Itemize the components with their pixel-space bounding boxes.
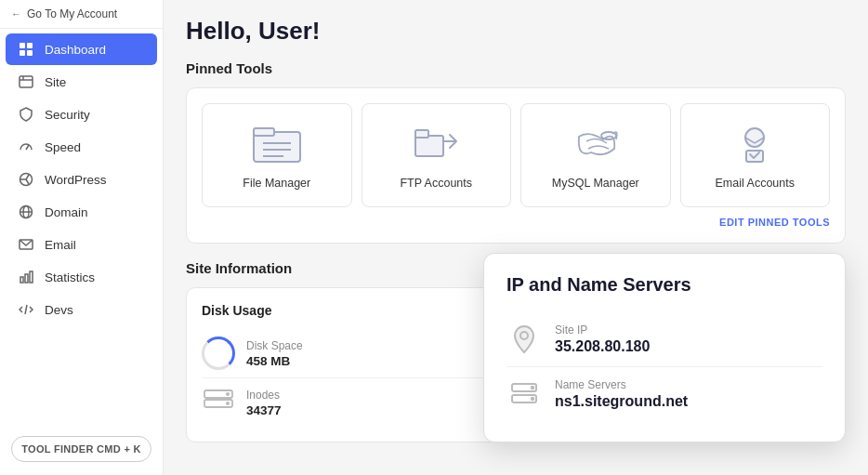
tool-card-email-accounts[interactable]: Email Accounts	[680, 103, 831, 207]
ip-card-container: IP and Name Servers Site IP 35.208.80.18…	[522, 287, 846, 442]
disk-space-text: Disk Space 458 MB	[246, 339, 303, 368]
email-accounts-label: Email Accounts	[716, 177, 795, 190]
pinned-tools-card: File Manager FTP Accounts	[186, 87, 846, 244]
sidebar-item-security[interactable]: Security	[6, 99, 157, 130]
svg-point-34	[531, 386, 534, 389]
inodes-value: 34377	[246, 403, 282, 417]
sidebar-item-statistics[interactable]: Statistics	[6, 261, 157, 293]
go-to-account-link[interactable]: ← Go To My Account	[0, 0, 163, 29]
name-servers-row: Name Servers ns1.siteground.net	[506, 367, 822, 421]
sidebar-item-site[interactable]: Site	[6, 66, 157, 98]
svg-rect-15	[30, 271, 33, 283]
email-icon	[19, 237, 35, 252]
disk-space-label: Disk Space	[246, 339, 303, 352]
svg-rect-14	[25, 274, 28, 283]
back-arrow-icon: ←	[11, 8, 21, 20]
sidebar: ← Go To My Account Dashboard	[0, 0, 164, 475]
sidebar-item-label-security: Security	[45, 108, 90, 122]
name-servers-value: ns1.siteground.net	[555, 393, 688, 410]
sidebar-item-dashboard[interactable]: Dashboard	[6, 33, 157, 65]
sidebar-item-label-wordpress: WordPress	[45, 173, 107, 187]
svg-rect-18	[254, 128, 274, 136]
svg-point-25	[745, 128, 764, 147]
svg-rect-22	[415, 136, 443, 156]
sidebar-item-label-dashboard: Dashboard	[45, 43, 106, 57]
main-content: Hello, User! Pinned Tools	[164, 0, 868, 475]
svg-rect-2	[20, 50, 25, 56]
ftp-accounts-icon	[408, 121, 464, 167]
disk-space-item: Disk Space 458 MB	[202, 329, 493, 378]
sidebar-item-label-site: Site	[45, 75, 66, 89]
site-ip-value: 35.208.80.180	[555, 338, 650, 355]
svg-point-30	[226, 402, 230, 405]
inodes-text: Inodes 34377	[246, 389, 282, 417]
tool-card-mysql-manager[interactable]: MySQL Manager	[520, 103, 671, 207]
site-info-grid: Disk Usage Disk Space 458 MB	[186, 287, 846, 442]
sidebar-item-devs[interactable]: Devs	[6, 294, 157, 325]
ip-name-servers-card: IP and Name Servers Site IP 35.208.80.18…	[483, 253, 846, 442]
site-ip-row: Site IP 35.208.80.180	[506, 312, 822, 367]
site-ip-icon	[506, 322, 542, 357]
sidebar-item-domain[interactable]: Domain	[6, 196, 157, 228]
svg-point-35	[531, 397, 534, 401]
sidebar-nav: Dashboard Site Security	[0, 29, 163, 427]
sidebar-item-label-devs: Devs	[45, 303, 73, 317]
mysql-manager-label: MySQL Manager	[552, 177, 639, 190]
sidebar-item-label-domain: Domain	[45, 205, 88, 219]
email-accounts-icon	[727, 121, 783, 167]
inodes-label: Inodes	[246, 389, 282, 402]
site-ip-text: Site IP 35.208.80.180	[555, 323, 650, 355]
dashboard-icon	[19, 42, 35, 57]
pinned-tools-grid: File Manager FTP Accounts	[202, 103, 830, 207]
page-title: Hello, User!	[186, 17, 846, 46]
tool-card-file-manager[interactable]: File Manager	[202, 103, 352, 207]
devs-icon	[19, 302, 35, 317]
sidebar-item-label-email: Email	[45, 238, 76, 252]
svg-rect-3	[27, 50, 33, 56]
site-icon	[19, 74, 35, 89]
sidebar-item-speed[interactable]: Speed	[6, 131, 157, 163]
name-servers-text: Name Servers ns1.siteground.net	[555, 378, 688, 410]
name-servers-icon	[506, 376, 542, 412]
security-icon	[19, 107, 35, 122]
wordpress-icon	[19, 172, 35, 187]
disk-space-chart-icon	[202, 336, 235, 370]
sidebar-item-label-statistics: Statistics	[45, 270, 95, 284]
site-ip-label: Site IP	[555, 323, 650, 336]
ip-card-title: IP and Name Servers	[506, 274, 822, 296]
mysql-manager-icon	[568, 121, 624, 167]
speed-icon	[19, 139, 35, 154]
inodes-item: Inodes 34377	[202, 378, 493, 427]
tool-card-ftp-accounts[interactable]: FTP Accounts	[362, 103, 512, 207]
svg-point-29	[226, 392, 230, 396]
statistics-icon	[19, 270, 35, 284]
pinned-tools-section: Pinned Tools File Manager	[186, 60, 846, 244]
svg-line-7	[26, 145, 29, 150]
svg-rect-1	[27, 43, 33, 48]
name-servers-label: Name Servers	[555, 378, 688, 391]
tool-finder-button[interactable]: TOOL FINDER CMD + K	[11, 436, 151, 462]
site-info-section: Site Information Disk Usage Disk Space 4…	[186, 260, 846, 442]
file-manager-label: File Manager	[243, 177, 310, 190]
sidebar-item-email[interactable]: Email	[6, 229, 157, 260]
sidebar-item-wordpress[interactable]: WordPress	[6, 164, 157, 195]
svg-rect-23	[415, 130, 428, 138]
inodes-icon	[202, 386, 235, 419]
svg-rect-4	[20, 76, 33, 87]
disk-usage-card: Disk Usage Disk Space 458 MB	[186, 287, 509, 442]
disk-space-value: 458 MB	[246, 354, 303, 368]
disk-usage-title: Disk Usage	[202, 303, 493, 318]
go-to-account-label: Go To My Account	[27, 7, 117, 20]
edit-pinned-tools-link[interactable]: EDIT PINNED TOOLS	[202, 217, 830, 228]
svg-line-16	[25, 305, 27, 314]
ftp-accounts-label: FTP Accounts	[400, 177, 472, 190]
file-manager-icon	[249, 121, 305, 167]
svg-rect-0	[20, 43, 25, 48]
sidebar-item-label-speed: Speed	[45, 140, 81, 154]
pinned-tools-title: Pinned Tools	[186, 60, 846, 76]
svg-rect-13	[20, 277, 23, 283]
domain-icon	[19, 205, 35, 219]
